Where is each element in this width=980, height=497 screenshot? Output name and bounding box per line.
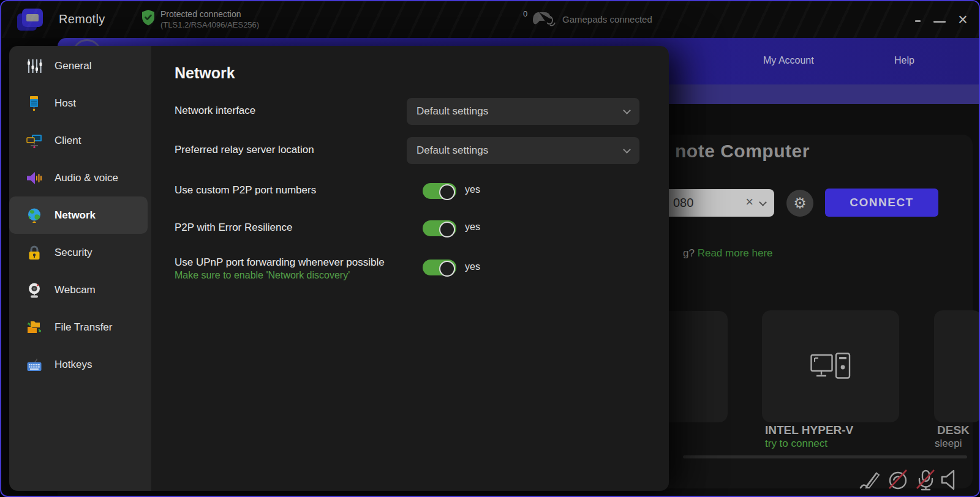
speaker-audio-icon: [26, 170, 42, 186]
app-title: Remotly: [59, 12, 105, 26]
sidebar-item-label: Audio & voice: [55, 172, 118, 184]
sidebar-item-webcam[interactable]: Webcam: [9, 271, 151, 308]
toggle-state-label: yes: [465, 261, 480, 272]
gear-icon: ⚙: [793, 196, 807, 211]
sliders-icon: [26, 58, 42, 74]
devices-icon: [26, 133, 42, 149]
upnp-toggle[interactable]: [423, 260, 456, 275]
sidebar-item-label: File Transfer: [55, 321, 112, 334]
computer-name: INTEL HYPER-V: [765, 424, 853, 437]
protected-connection-label: Protected connection: [160, 9, 241, 19]
close-button[interactable]: ×: [954, 10, 971, 29]
computers-scrollbar[interactable]: [683, 455, 967, 458]
connect-button[interactable]: CONNECT: [825, 189, 938, 217]
lock-icon: [26, 245, 42, 261]
toggle-state-label: yes: [465, 222, 480, 233]
pen-annotate-icon[interactable]: [859, 468, 883, 492]
setting-label: Use UPnP port forwarding whenever possib…: [175, 256, 385, 269]
custom-p2p-ports-toggle[interactable]: [423, 183, 456, 199]
sidebar-item-security[interactable]: Security: [9, 234, 151, 271]
remote-address-value: 080: [673, 196, 693, 210]
network-settings-panel: Network Network interface Default settin…: [151, 46, 669, 491]
keyboard-icon: [26, 357, 42, 373]
sidebar-item-hotkeys[interactable]: Hotkeys: [9, 346, 151, 383]
sidebar-item-label: Hotkeys: [55, 359, 92, 371]
toggle-state-label: yes: [465, 184, 480, 195]
remotly-logo-icon: [16, 6, 44, 34]
sidebar-item-label: Network: [55, 209, 96, 222]
help-link[interactable]: Help: [894, 55, 914, 66]
chevron-down-icon: [623, 106, 631, 114]
gamepads-connected-label: Gamepads connected: [562, 14, 652, 24]
sidebar-item-client[interactable]: Client: [9, 122, 151, 159]
network-interface-dropdown[interactable]: Default settings: [407, 98, 639, 125]
sidebar-item-label: Security: [55, 247, 92, 259]
setting-label: Network interface: [175, 105, 255, 117]
setting-label: P2P with Error Resilience: [175, 222, 292, 234]
folders-transfer-icon: [26, 320, 42, 335]
read-more-prefix: g?: [683, 247, 695, 259]
app-window: My Account Help note Computer 080 × ⚙ CO…: [0, 0, 980, 497]
setting-label: Preferred relay server location: [175, 144, 314, 156]
computer-status: sleepi: [935, 438, 962, 450]
title-bar: Remotly Protected connection (TLS1.2/RSA…: [1, 1, 979, 38]
computer-name: DESK: [937, 424, 970, 437]
camera-off-icon[interactable]: [886, 468, 910, 492]
read-more-line: g? Read more here: [683, 247, 773, 260]
connect-remote-computer-heading: note Computer: [675, 141, 810, 162]
speaker-icon[interactable]: [938, 468, 963, 492]
sidebar-item-label: General: [55, 60, 91, 72]
computer-card-intel-hyper-v[interactable]: [762, 310, 899, 422]
settings-dialog: General Host: [9, 46, 669, 491]
settings-sidebar: General Host: [9, 46, 151, 491]
desktop-computer-icon: [810, 353, 851, 381]
read-more-link[interactable]: Read more here: [698, 247, 773, 259]
webcam-icon: [26, 282, 42, 298]
server-icon: [26, 95, 42, 111]
sidebar-item-label: Webcam: [55, 284, 96, 296]
setting-sublabel: Make sure to enable 'Network discovery': [175, 270, 350, 281]
protected-shield-icon: [141, 9, 156, 26]
minimize-button[interactable]: [933, 21, 946, 23]
gamepads-count: 0: [523, 9, 527, 18]
computer-status[interactable]: try to connect: [765, 438, 827, 450]
chevron-down-icon: [623, 146, 631, 154]
minimize-to-tray-button[interactable]: [915, 20, 921, 22]
connection-settings-button[interactable]: ⚙: [786, 190, 813, 217]
sidebar-item-file-transfer[interactable]: File Transfer: [9, 308, 151, 346]
sidebar-item-audio-voice[interactable]: Audio & voice: [9, 159, 151, 196]
dropdown-value: Default settings: [417, 105, 488, 118]
p2p-error-resilience-toggle[interactable]: [423, 220, 456, 236]
dropdown-value: Default settings: [417, 144, 488, 157]
protected-connection-detail: (TLS1.2/RSA4096/AES256): [160, 20, 259, 29]
gamepad-icon: [532, 10, 556, 29]
sidebar-item-network[interactable]: Network: [9, 196, 148, 234]
sidebar-item-label: Host: [55, 97, 76, 110]
computer-card-desk[interactable]: [934, 310, 980, 422]
sidebar-item-general[interactable]: General: [9, 47, 151, 84]
relay-location-dropdown[interactable]: Default settings: [407, 137, 639, 164]
settings-page-title: Network: [175, 64, 235, 82]
my-account-link[interactable]: My Account: [763, 55, 814, 66]
mic-off-icon[interactable]: [914, 468, 938, 492]
sidebar-item-host[interactable]: Host: [9, 84, 151, 122]
globe-icon: [26, 207, 42, 223]
address-dropdown-chevron-icon[interactable]: [759, 198, 767, 206]
sidebar-item-label: Client: [55, 135, 81, 147]
setting-label: Use custom P2P port numbers: [175, 184, 316, 196]
clear-address-icon[interactable]: ×: [745, 194, 753, 210]
